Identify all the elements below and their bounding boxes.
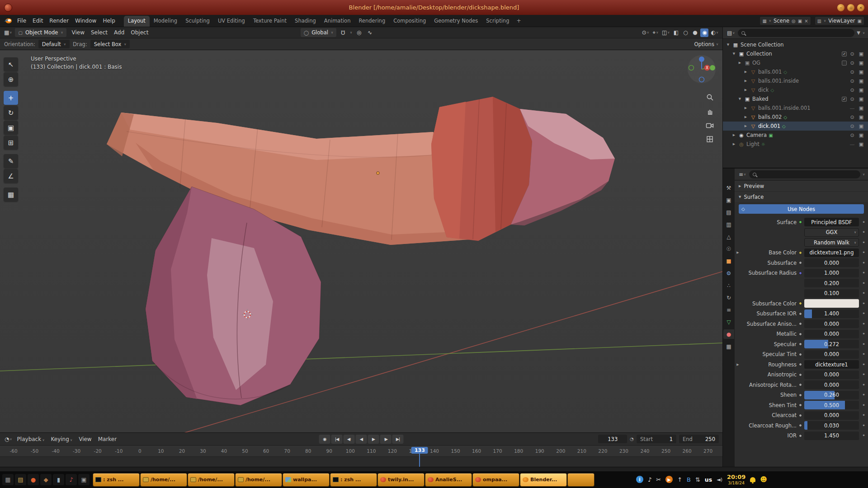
next-keyframe-button[interactable]: ·▶ xyxy=(380,435,392,444)
proportional-editing-icon[interactable]: ◎ xyxy=(355,28,363,37)
property-field-random-walk[interactable]: Random Walk∨ xyxy=(804,238,859,247)
properties-search-input[interactable] xyxy=(759,171,857,177)
expand-arrow-icon[interactable]: ▶ xyxy=(731,133,736,137)
menu-window[interactable]: Window xyxy=(72,17,99,25)
use-nodes-button[interactable]: ◇ Use Nodes xyxy=(739,204,864,214)
zoom-icon[interactable] xyxy=(706,94,714,101)
unlink-scene-icon[interactable]: × xyxy=(804,19,808,23)
show-object-types-icon[interactable]: ⊙∨ xyxy=(641,28,650,37)
property-field-surface[interactable]: Principled BSDF xyxy=(804,218,859,226)
property-field-subsurface-aniso[interactable]: 0.000 xyxy=(804,319,859,328)
taskbar-window-home[interactable]: /home/... xyxy=(141,474,187,486)
editor-type-icon[interactable]: ▦∨ xyxy=(3,28,13,37)
collection-exclude-checkbox[interactable] xyxy=(842,61,847,66)
animate-dot[interactable]: • xyxy=(861,402,866,408)
info-tray-icon[interactable]: i xyxy=(636,476,643,483)
property-field-0-200[interactable]: 0.200 xyxy=(804,279,859,287)
property-field-subsurface[interactable]: 0.000 xyxy=(804,258,859,267)
animate-dot[interactable]: • xyxy=(861,432,866,439)
property-field-specular-tint[interactable]: 0.000 xyxy=(804,350,859,359)
gizmos-icon[interactable]: ⌖∨ xyxy=(651,28,660,37)
taskbar-window-analies[interactable]: AnalieS... xyxy=(425,474,472,486)
close-button[interactable]: × xyxy=(857,4,864,11)
expand-arrow-icon[interactable]: ▶ xyxy=(743,124,748,128)
taskbar-clock[interactable]: 20:09 3/18/24 xyxy=(727,474,745,486)
animate-dot[interactable]: • xyxy=(861,371,866,378)
viewport-menu-select[interactable]: Select xyxy=(88,28,111,37)
property-field-base-color[interactable]: dicktexture1.png xyxy=(804,249,859,257)
shading-wireframe-icon[interactable]: ○ xyxy=(681,28,689,37)
hide-in-viewport-icon[interactable]: ⊙ xyxy=(849,78,856,84)
taskbar-window-zsh[interactable]: : zsh ... xyxy=(93,474,139,486)
disable-in-renders-icon[interactable]: ▣ xyxy=(858,69,865,75)
workspace-tab-shading[interactable]: Shading xyxy=(291,16,320,27)
timeline-ruler[interactable]: -60-50-40-30-20-100102030405060708090100… xyxy=(0,446,722,457)
hide-in-viewport-icon[interactable]: ⊙ xyxy=(849,51,856,57)
constraints-tab[interactable]: ≡ xyxy=(723,305,734,314)
playhead[interactable] xyxy=(419,452,420,467)
animate-dot[interactable]: • xyxy=(861,229,866,235)
disable-in-renders-icon[interactable]: ▣ xyxy=(858,114,865,120)
files-launcher[interactable]: ▤ xyxy=(15,474,26,485)
annotate-tool[interactable]: ✎ xyxy=(4,154,18,168)
taskbar-window-home[interactable]: /home/... xyxy=(188,474,234,486)
measure-tool[interactable]: ∠ xyxy=(4,169,18,183)
workspace-tab-animation[interactable]: Animation xyxy=(320,16,355,27)
menu-file[interactable]: File xyxy=(14,17,29,25)
tool-tab[interactable]: ⚒ xyxy=(723,183,734,192)
outliner-row-balls-001-inside-001[interactable]: ▶▽balls.001.inside.001—▣ xyxy=(723,103,868,113)
expand-arrow-icon[interactable]: ▼ xyxy=(726,43,731,47)
outliner-search[interactable] xyxy=(738,29,854,37)
menu-edit[interactable]: Edit xyxy=(29,17,46,25)
network-tray-icon[interactable]: ⇅ xyxy=(695,476,700,483)
animate-dot[interactable]: • xyxy=(861,290,866,296)
object-data-tab[interactable]: ▽ xyxy=(723,317,734,327)
outliner-row-dick-001[interactable]: ▶▽dick.001◇⊙▣ xyxy=(723,122,868,131)
timeline-track[interactable] xyxy=(0,457,722,467)
workspace-tab-rendering[interactable]: Rendering xyxy=(354,16,389,27)
taskbar-window-wallpa[interactable]: wallpa... xyxy=(283,474,329,486)
disable-in-renders-icon[interactable]: ▣ xyxy=(858,87,865,93)
package-launcher[interactable]: ▣ xyxy=(78,474,90,485)
minimize-button[interactable]: – xyxy=(837,4,844,11)
particles-tab[interactable]: ∴ xyxy=(723,281,734,290)
taskbar-window-twily-in[interactable]: twily.in... xyxy=(378,474,424,486)
filter-funnel-icon[interactable]: ▼ xyxy=(857,30,860,35)
outliner-search-input[interactable] xyxy=(748,30,851,36)
mode-selector[interactable]: ▢ Object Mode ∨ xyxy=(15,28,66,37)
world-tab[interactable]: ☉ xyxy=(723,244,734,253)
animate-dot[interactable]: • xyxy=(861,392,866,398)
taskbar-window-blank[interactable] xyxy=(568,474,594,486)
collection-exclude-checkbox[interactable]: ✓ xyxy=(842,97,847,102)
current-frame-field[interactable]: 133 xyxy=(598,435,627,443)
3d-viewport[interactable]: User Perspective (133) Collection | dick… xyxy=(0,50,722,432)
outliner-row-og[interactable]: ▶▣OG⊙▣ xyxy=(723,58,868,67)
workspace-tab-geometry-nodes[interactable]: Geometry Nodes xyxy=(430,16,482,27)
chevron-down-icon[interactable]: ∨ xyxy=(863,173,865,176)
property-field-ggx[interactable]: GGX∨ xyxy=(804,228,859,237)
property-field-subsurface-color[interactable] xyxy=(804,299,859,308)
maximize-button[interactable]: ▫ xyxy=(847,4,854,11)
blender-logo-icon[interactable] xyxy=(4,18,12,24)
property-field-sheen-tint[interactable]: 0.500 xyxy=(804,401,859,409)
taskbar-window-zsh[interactable]: : zsh ... xyxy=(330,474,377,486)
workspace-tab-sculpting[interactable]: Sculpting xyxy=(181,16,214,27)
animate-dot[interactable]: • xyxy=(861,382,866,388)
volume-icon[interactable]: ◄) xyxy=(717,477,722,483)
animate-dot[interactable]: • xyxy=(861,321,866,327)
disable-in-renders-icon[interactable]: ▣ xyxy=(858,51,865,57)
workspace-tab-texture-paint[interactable]: Texture Paint xyxy=(249,16,291,27)
falloff-icon[interactable]: ∿ xyxy=(366,28,374,37)
bluetooth-tray-icon[interactable]: B xyxy=(687,476,691,483)
hide-in-viewport-icon[interactable]: ⊙ xyxy=(849,132,856,138)
hide-in-viewport-icon[interactable]: ⊙ xyxy=(849,123,856,129)
playhead-frame-badge[interactable]: 133 xyxy=(411,447,428,454)
window-menu-icon[interactable] xyxy=(4,4,12,12)
workspace-tab-uv-editing[interactable]: UV Editing xyxy=(214,16,249,27)
add-cube-tool[interactable]: ▦ xyxy=(4,188,18,202)
shading-solid-icon[interactable]: ● xyxy=(691,28,699,37)
hide-in-viewport-icon[interactable]: — xyxy=(849,141,856,147)
autokey-button[interactable]: ◉ xyxy=(319,435,330,444)
outliner-row-baked[interactable]: ▼▣Baked✓⊙▣ xyxy=(723,94,868,103)
collection-exclude-checkbox[interactable]: ✓ xyxy=(842,52,847,56)
